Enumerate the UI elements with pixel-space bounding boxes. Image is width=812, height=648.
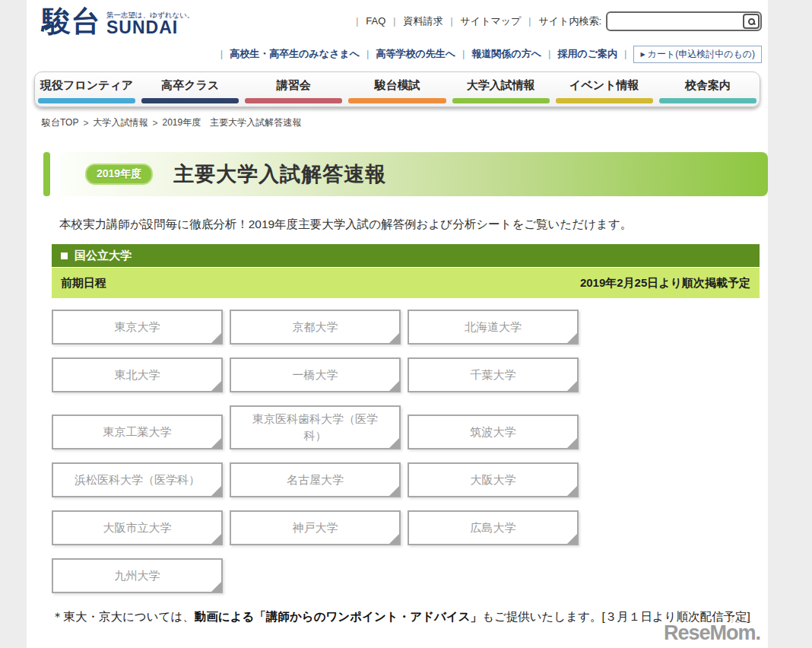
utility-link-FAQ[interactable]: FAQ <box>366 15 385 27</box>
university-label: 名古屋大学 <box>287 472 344 488</box>
university-button-千葉大学[interactable]: 千葉大学 <box>408 357 579 392</box>
university-button-大阪大学[interactable]: 大阪大学 <box>408 462 579 497</box>
university-label: 大阪市立大学 <box>103 519 172 536</box>
audience-link-報道関係の方へ[interactable]: 報道関係の方へ <box>471 48 541 59</box>
separator: | <box>462 48 465 59</box>
title-banner: 2019年度 主要大学入試解答速報 <box>43 152 768 196</box>
audience-nav: |高校生・高卒生のみなさまへ|高等学校の先生へ|報道関係の方へ|採用のご案内| … <box>27 43 768 65</box>
university-label: 浜松医科大学（医学科） <box>75 472 200 488</box>
footnote: ＊東大・京大については、動画による「講師からのワンポイント・アドバイス」もご提供… <box>52 605 753 627</box>
cart-button[interactable]: ▶ カート(申込検討中のもの) <box>633 46 762 63</box>
section-header: 国公立大学 <box>52 244 760 267</box>
main-nav-tab-現役フロンティア[interactable]: 現役フロンティア <box>35 72 138 106</box>
section-title: 国公立大学 <box>75 249 132 263</box>
breadcrumb-link-大学入試情報[interactable]: 大学入試情報 <box>93 116 147 129</box>
tab-color-bar <box>141 98 239 103</box>
university-button-名古屋大学[interactable]: 名古屋大学 <box>230 462 401 497</box>
breadcrumb-separator: > <box>83 118 88 129</box>
university-button-東京医科歯科大学（医学科）[interactable]: 東京医科歯科大学（医学科） <box>230 405 401 449</box>
site-search-input[interactable] <box>608 14 743 29</box>
watermark-ruby: リセマム <box>729 618 751 623</box>
folded-corner-icon <box>567 381 577 391</box>
university-label: 東京工業大学 <box>103 424 172 440</box>
folded-corner-icon <box>567 534 577 544</box>
site-search-button[interactable] <box>743 14 760 29</box>
utility-link-資料請求[interactable]: 資料請求 <box>403 15 442 27</box>
schedule-note: 2019年2月25日より順次掲載予定 <box>580 276 750 291</box>
year-badge: 2019年度 <box>85 164 153 185</box>
breadcrumb-separator: > <box>152 118 157 129</box>
tab-color-bar <box>245 98 342 103</box>
university-button-東北大学[interactable]: 東北大学 <box>52 357 223 392</box>
university-button-東京大学[interactable]: 東京大学 <box>52 310 223 345</box>
university-button-京都大学[interactable]: 京都大学 <box>230 310 401 345</box>
breadcrumb: 駿台TOP>大学入試情報>2019年度 主要大学入試解答速報 <box>42 116 768 129</box>
cart-arrow-icon: ▶ <box>640 51 645 58</box>
university-label: 京都大学 <box>293 319 338 335</box>
university-button-広島大学[interactable]: 広島大学 <box>408 510 579 545</box>
separator: | <box>548 48 550 59</box>
section-bullet-icon <box>61 253 68 259</box>
university-button-神戸大学[interactable]: 神戸大学 <box>230 510 401 545</box>
university-label: 北海道大学 <box>465 319 522 335</box>
main-nav-tab-講習会[interactable]: 講習会 <box>242 72 345 106</box>
schedule-bar: 前期日程 2019年2月25日より順次掲載予定 <box>52 268 760 298</box>
tab-color-bar <box>556 98 653 103</box>
main-nav: 現役フロンティア高卒クラス講習会駿台模試大学入試情報イベント情報校舎案内 <box>34 71 760 107</box>
folded-corner-icon <box>567 438 577 448</box>
audience-link-高校生・高卒生のみなさまへ[interactable]: 高校生・高卒生のみなさまへ <box>230 48 360 59</box>
tab-label: イベント情報 <box>569 78 639 93</box>
tab-label: 現役フロンティア <box>40 78 133 93</box>
breadcrumb-link-駿台TOP[interactable]: 駿台TOP <box>42 116 78 129</box>
page-description: 本校実力講師が設問毎に徹底分析！2019年度主要大学入試の解答例および分析シート… <box>59 217 760 233</box>
main-nav-tab-校舎案内[interactable]: 校舎案内 <box>656 72 760 106</box>
folded-corner-icon <box>567 486 577 496</box>
utility-link-サイトマップ[interactable]: サイトマップ <box>461 15 522 27</box>
university-label: 九州大学 <box>115 567 160 584</box>
logo-roman: SUNDAI <box>106 20 194 36</box>
university-label: 東北大学 <box>115 367 160 383</box>
university-label: 千葉大学 <box>471 367 516 383</box>
page-title: 主要大学入試解答速報 <box>173 160 386 188</box>
main-nav-tab-駿台模試[interactable]: 駿台模試 <box>345 72 449 106</box>
breadcrumb-current: 2019年度 主要大学入試解答速報 <box>162 116 301 129</box>
tab-color-bar <box>38 98 135 103</box>
university-label: 筑波大学 <box>471 424 516 440</box>
main-nav-tab-イベント情報[interactable]: イベント情報 <box>553 72 656 106</box>
search-icon <box>748 18 755 25</box>
main-nav-tab-高卒クラス[interactable]: 高卒クラス <box>138 72 242 106</box>
separator: | <box>220 48 223 59</box>
resemom-watermark: リセマム ReseMom. <box>664 623 760 643</box>
tab-label: 大学入試情報 <box>467 78 535 93</box>
folded-corner-icon <box>389 486 399 496</box>
tab-color-bar <box>348 98 446 103</box>
main-nav-tab-大学入試情報[interactable]: 大学入試情報 <box>449 72 553 106</box>
university-label: 神戸大学 <box>293 519 338 536</box>
logo[interactable]: 駿台 第一志望は、ゆずれない。 SUNDAI <box>42 7 194 36</box>
separator: | <box>366 48 369 59</box>
separator: | <box>356 16 358 27</box>
utility-nav: |FAQ|資料請求|サイトマップ|サイト内検索: <box>348 11 762 31</box>
university-button-浜松医科大学（医学科）[interactable]: 浜松医科大学（医学科） <box>52 462 223 497</box>
university-button-九州大学[interactable]: 九州大学 <box>52 558 223 593</box>
university-button-筑波大学[interactable]: 筑波大学 <box>408 415 579 449</box>
university-button-大阪市立大学[interactable]: 大阪市立大学 <box>52 510 223 545</box>
separator: | <box>393 16 395 27</box>
folded-corner-icon <box>389 534 399 544</box>
tab-label: 高卒クラス <box>161 78 219 93</box>
university-label: 東京大学 <box>115 319 160 335</box>
university-button-一橋大学[interactable]: 一橋大学 <box>230 357 401 392</box>
folded-corner-icon <box>211 438 221 448</box>
tab-label: 駿台模試 <box>374 78 420 93</box>
folded-corner-icon <box>389 333 399 343</box>
audience-link-高等学校の先生へ[interactable]: 高等学校の先生へ <box>376 48 455 59</box>
folded-corner-icon <box>211 333 221 343</box>
header: 駿台 第一志望は、ゆずれない。 SUNDAI |FAQ|資料請求|サイトマップ|… <box>27 0 768 43</box>
tab-label: 校舎案内 <box>685 78 731 93</box>
university-button-北海道大学[interactable]: 北海道大学 <box>408 310 579 345</box>
folded-corner-icon <box>211 486 221 496</box>
schedule-label: 前期日程 <box>61 276 106 291</box>
audience-link-採用のご案内[interactable]: 採用のご案内 <box>557 48 617 59</box>
university-button-東京工業大学[interactable]: 東京工業大学 <box>52 415 223 449</box>
logo-kanji: 駿台 <box>42 7 101 36</box>
